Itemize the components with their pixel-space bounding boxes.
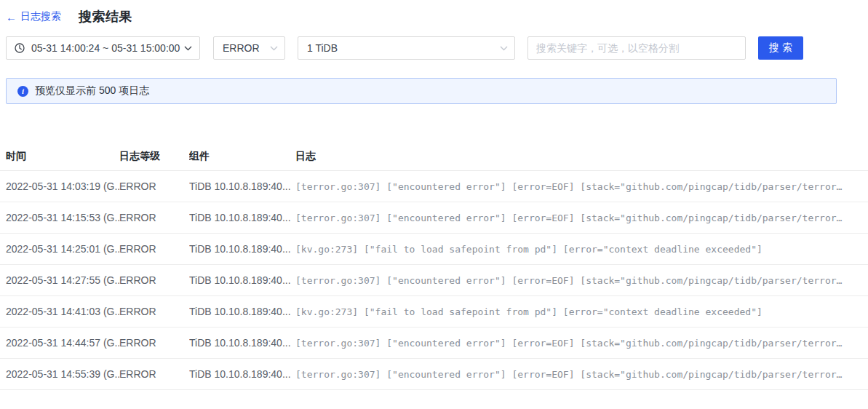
- log-table: 时间 日志等级 组件 日志 2022-05-31 14:03:19 (G... …: [0, 142, 868, 390]
- log-message: [kv.go:273] ["fail to load safepoint fro…: [295, 244, 868, 255]
- log-component: TiDB 10.10.8.189:40...: [189, 212, 295, 223]
- column-header-component: 组件: [189, 150, 295, 163]
- table-row[interactable]: 2022-05-31 14:25:01 (G... ERROR TiDB 10.…: [0, 234, 868, 265]
- log-component: TiDB 10.10.8.189:40...: [189, 243, 295, 255]
- log-level-select[interactable]: ERROR: [213, 36, 285, 60]
- log-message: [terror.go:307] ["encountered error"] [e…: [295, 338, 868, 349]
- table-row[interactable]: 2022-05-31 14:44:57 (G... ERROR TiDB 10.…: [0, 327, 868, 359]
- table-row[interactable]: 2022-05-31 14:03:19 (G... ERROR TiDB 10.…: [0, 171, 868, 202]
- log-time: 2022-05-31 14:15:53 (G...: [0, 212, 119, 223]
- info-icon: i: [17, 86, 28, 97]
- column-header-log: 日志: [295, 150, 868, 163]
- log-level: ERROR: [119, 212, 189, 223]
- component-select-value: 1 TiDB: [307, 42, 500, 54]
- component-select[interactable]: 1 TiDB: [298, 36, 515, 60]
- clock-icon: [15, 43, 25, 53]
- filter-bar: 05-31 14:00:24 ~ 05-31 15:00:00 ERROR 1 …: [0, 36, 868, 60]
- log-time: 2022-05-31 14:03:19 (G...: [0, 180, 119, 192]
- chevron-down-icon: [270, 46, 278, 51]
- log-message: [terror.go:307] ["encountered error"] [e…: [295, 181, 868, 192]
- log-time: 2022-05-31 14:27:55 (G...: [0, 274, 119, 286]
- log-time: 2022-05-31 14:25:01 (G...: [0, 243, 119, 255]
- log-level-value: ERROR: [223, 42, 270, 54]
- log-level: ERROR: [119, 180, 189, 192]
- page-header: ← 日志搜索 搜索结果: [0, 0, 868, 25]
- log-table-body: 2022-05-31 14:03:19 (G... ERROR TiDB 10.…: [0, 171, 868, 390]
- keyword-input[interactable]: [527, 36, 746, 60]
- log-level: ERROR: [119, 243, 189, 255]
- column-header-time: 时间: [0, 150, 119, 163]
- log-message: [terror.go:307] ["encountered error"] [e…: [295, 369, 868, 380]
- log-component: TiDB 10.10.8.189:40...: [189, 368, 295, 380]
- chevron-down-icon: [500, 46, 508, 51]
- log-level: ERROR: [119, 306, 189, 317]
- search-button[interactable]: 搜 索: [758, 36, 803, 60]
- back-arrow-icon: ←: [6, 12, 17, 23]
- log-component: TiDB 10.10.8.189:40...: [189, 180, 295, 192]
- log-level: ERROR: [119, 274, 189, 286]
- log-component: TiDB 10.10.8.189:40...: [189, 306, 295, 317]
- back-link[interactable]: ← 日志搜索: [6, 10, 61, 23]
- table-row[interactable]: 2022-05-31 14:41:03 (G... ERROR TiDB 10.…: [0, 296, 868, 327]
- time-range-picker[interactable]: 05-31 14:00:24 ~ 05-31 15:00:00: [6, 36, 200, 60]
- page-title: 搜索结果: [79, 8, 132, 25]
- log-time: 2022-05-31 14:41:03 (G...: [0, 306, 119, 317]
- chevron-down-icon: [184, 46, 192, 51]
- log-component: TiDB 10.10.8.189:40...: [189, 274, 295, 286]
- time-range-value: 05-31 14:00:24 ~ 05-31 15:00:00: [31, 42, 184, 54]
- alert-text: 预览仅显示前 500 项日志: [35, 84, 149, 98]
- log-component: TiDB 10.10.8.189:40...: [189, 337, 295, 349]
- table-header: 时间 日志等级 组件 日志: [0, 142, 868, 171]
- back-link-label: 日志搜索: [20, 10, 61, 23]
- column-header-level: 日志等级: [119, 150, 189, 163]
- log-message: [terror.go:307] ["encountered error"] [e…: [295, 275, 868, 286]
- table-row[interactable]: 2022-05-31 14:27:55 (G... ERROR TiDB 10.…: [0, 265, 868, 296]
- log-message: [terror.go:307] ["encountered error"] [e…: [295, 213, 868, 223]
- table-row[interactable]: 2022-05-31 14:55:39 (G... ERROR TiDB 10.…: [0, 359, 868, 390]
- table-row[interactable]: 2022-05-31 14:15:53 (G... ERROR TiDB 10.…: [0, 202, 868, 234]
- preview-limit-alert: i 预览仅显示前 500 项日志: [6, 78, 837, 104]
- log-message: [kv.go:273] ["fail to load safepoint fro…: [295, 306, 868, 317]
- log-time: 2022-05-31 14:55:39 (G...: [0, 368, 119, 380]
- log-level: ERROR: [119, 368, 189, 380]
- log-time: 2022-05-31 14:44:57 (G...: [0, 337, 119, 349]
- log-level: ERROR: [119, 337, 189, 349]
